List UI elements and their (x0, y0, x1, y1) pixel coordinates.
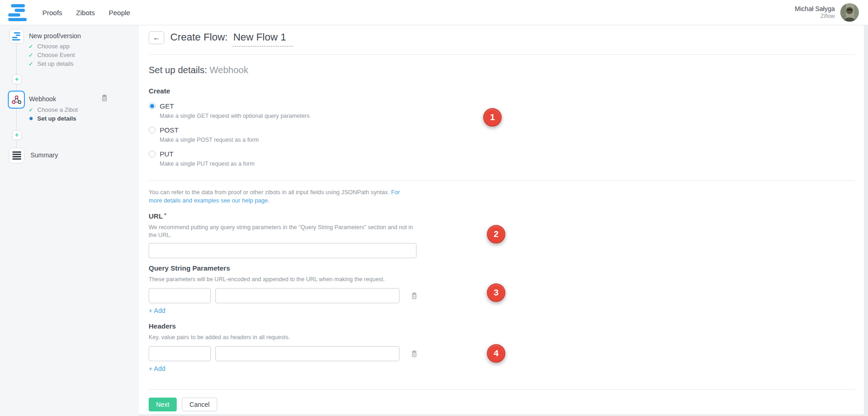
avatar-photo (840, 3, 859, 22)
summary-icon (12, 151, 21, 160)
add-header-link[interactable]: + Add (149, 365, 165, 372)
bullet-icon (29, 117, 33, 120)
radio-post[interactable] (149, 127, 156, 133)
method-radio-group: GET Make a single GET request with optio… (149, 102, 856, 168)
headers-heading: Headers (149, 322, 856, 330)
node-summary-icon[interactable] (9, 148, 24, 163)
radio-put[interactable] (149, 150, 156, 157)
add-zibot-button-1[interactable]: + (12, 75, 22, 84)
section-title: Set up details: Webhook (149, 65, 856, 75)
step-choose-app[interactable]: ✓ Choose app (29, 43, 75, 50)
trash-icon (101, 94, 108, 102)
proof-app-icon (12, 32, 21, 40)
delete-query-param-button[interactable] (411, 292, 417, 300)
node-new-proof-icon[interactable] (9, 29, 24, 44)
radio-put-desc: Make a single PUT request as a form (160, 160, 856, 168)
trash-icon (411, 350, 417, 358)
step-setup-details-1[interactable]: ✓ Set up details (29, 60, 75, 67)
check-icon: ✓ (29, 43, 34, 50)
query-param-value-input[interactable] (215, 288, 399, 303)
headers-desc: Key, value pairs to be added as headers … (149, 334, 856, 341)
radio-option-post[interactable]: POST Make a single POST request as a for… (149, 126, 856, 144)
user-name: Michał Sałyga (795, 5, 835, 13)
annotation-marker-2: 2 (487, 225, 505, 243)
step-choose-zibot[interactable]: ✓ Choose a Zibot (29, 106, 78, 113)
url-heading: URL* (149, 212, 856, 220)
url-desc: We recommend putting any query string pa… (149, 224, 413, 239)
node-webhook-icon[interactable] (8, 91, 25, 109)
create-heading: Create (149, 87, 856, 95)
radio-option-get[interactable]: GET Make a single GET request with optio… (149, 102, 856, 120)
query-param-key-input[interactable] (149, 288, 211, 303)
step-setup-details-2[interactable]: Set up details (29, 115, 78, 122)
check-icon: ✓ (29, 107, 34, 113)
avatar[interactable] (840, 3, 859, 22)
main-nav: Proofs Zibots People (42, 9, 130, 17)
page-title: Create Flow: New Flow 1 (170, 31, 293, 46)
add-query-param-link[interactable]: + Add (149, 307, 165, 314)
radio-get-desc: Make a single GET request with optional … (160, 112, 856, 120)
node-webhook-title[interactable]: Webhook (29, 95, 56, 103)
form-actions: Next Cancel (149, 398, 856, 411)
step-choose-event[interactable]: ✓ Choose Event (29, 52, 75, 58)
back-button[interactable]: ← (149, 31, 164, 44)
annotation-marker-1: 1 (483, 108, 502, 127)
header-key-input[interactable] (149, 346, 211, 361)
delete-webhook-button[interactable] (101, 94, 108, 102)
webhook-icon (11, 94, 22, 105)
page-header: ← Create Flow: New Flow 1 (149, 31, 856, 47)
jsonpath-note: You can refer to the data from proof or … (149, 188, 415, 205)
nav-item-proofs[interactable]: Proofs (42, 9, 62, 17)
top-nav-bar: Proofs Zibots People Michał Sałyga Ziflo… (0, 0, 868, 25)
header-value-input[interactable] (215, 346, 399, 361)
ziflow-logo-icon[interactable] (6, 3, 27, 22)
back-arrow-icon: ← (153, 34, 160, 42)
divider (149, 389, 855, 390)
annotation-marker-3: 3 (487, 283, 505, 302)
query-params-desc: These parameters will be URL-encoded and… (149, 276, 856, 283)
node-webhook-steps: ✓ Choose a Zibot Set up details (29, 106, 78, 122)
radio-post-desc: Make a single POST request as a form (160, 136, 856, 144)
flow-steps-sidebar: New proof/version ✓ Choose app ✓ Choose … (0, 25, 139, 416)
node-summary-title[interactable]: Summary (30, 151, 58, 159)
trash-icon (411, 292, 417, 300)
node-new-proof-title[interactable]: New proof/version (29, 32, 81, 40)
nav-item-zibots[interactable]: Zibots (76, 9, 95, 17)
required-asterisk: * (164, 212, 167, 219)
node-new-proof-steps: ✓ Choose app ✓ Choose Event ✓ Set up det… (29, 43, 75, 67)
user-area: Michał Sałyga Ziflow (795, 3, 859, 22)
section-app-name: Webhook (209, 65, 248, 75)
delete-header-button[interactable] (411, 350, 417, 358)
radio-get[interactable] (149, 103, 156, 110)
check-icon: ✓ (29, 52, 34, 58)
user-org: Ziflow (795, 13, 835, 20)
radio-option-put[interactable]: PUT Make a single PUT request as a form (149, 150, 856, 168)
next-button[interactable]: Next (149, 398, 177, 411)
nav-item-people[interactable]: People (109, 9, 130, 17)
url-input[interactable] (149, 243, 417, 258)
annotation-marker-4: 4 (487, 344, 505, 363)
divider (149, 180, 855, 181)
query-params-heading: Query String Parameters (149, 264, 856, 272)
add-zibot-button-2[interactable]: + (12, 130, 22, 140)
flow-name-input[interactable]: New Flow 1 (232, 31, 293, 46)
check-icon: ✓ (29, 61, 34, 67)
cancel-button[interactable]: Cancel (182, 398, 218, 411)
divider (149, 54, 855, 55)
